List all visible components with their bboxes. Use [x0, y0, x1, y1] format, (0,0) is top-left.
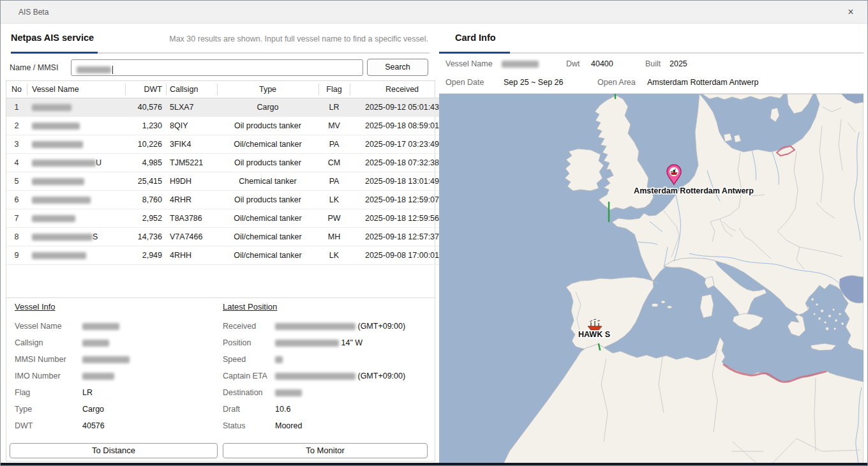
table-row[interactable]: 4U4,985TJM5221Oil products tankerCM2025-…: [6, 154, 454, 172]
field-value: Cargo: [82, 405, 104, 414]
vessel-info-section: Vessel Info Vessel NameCallsignMMSI Numb…: [15, 302, 219, 434]
card-info-row-2: Open DateSep 25 ~ Sep 26Open AreaAmsterd…: [445, 78, 813, 87]
redacted-text: [275, 373, 355, 380]
close-icon[interactable]: ×: [843, 5, 858, 19]
redacted-text: [32, 141, 83, 148]
card-field-value: Sep 25 ~ Sep 26: [504, 78, 597, 87]
field-label: Destination: [223, 384, 275, 401]
field-label: DWT: [15, 417, 82, 434]
redacted-text: [32, 104, 71, 111]
info-field-row: Speed: [223, 351, 431, 368]
field-label: Vessel Name: [15, 318, 82, 334]
redacted-text: [32, 234, 93, 241]
table-row[interactable]: 21,2308QIYOil products tankerMV2025-09-1…: [6, 117, 454, 135]
field-value-suffix: (GMT+09:00): [355, 372, 405, 380]
vessel-ship-label: HAWK S: [578, 330, 610, 339]
text-caret: [112, 66, 113, 74]
field-label: Callsign: [15, 334, 82, 351]
info-field-row: Received (GMT+09:00): [223, 318, 431, 334]
info-field-row: Position 14" W: [223, 334, 431, 351]
vessel-table: NoVessel NameDWTCallsignTypeFlagReceived…: [6, 81, 454, 265]
latest-position-title: Latest Position: [223, 302, 277, 312]
search-field-label: Name / MMSI: [10, 63, 58, 72]
vessel-name-cell: [27, 117, 125, 135]
column-header-type: Type: [217, 81, 318, 98]
map-viewport[interactable]: Amsterdam Rotterdam Antwerp HAWK S: [439, 93, 864, 465]
card-field-label: Dwt: [566, 59, 591, 68]
window-bottom-edge: [1, 463, 867, 465]
vessel-name-cell: [27, 172, 125, 191]
field-label: Speed: [223, 351, 275, 368]
card-tab-accent-bar: [439, 52, 510, 54]
card-field-value: 40400: [591, 59, 645, 68]
card-field-value: [502, 59, 566, 68]
info-section-divider: [6, 297, 435, 298]
field-label: Captain ETA: [223, 368, 275, 384]
vessel-name-cell: [27, 135, 125, 154]
redacted-text: [32, 178, 84, 185]
left-panel-title: Netpas AIS service: [11, 33, 94, 43]
left-tab-accent-bar: [11, 52, 98, 54]
to-distance-button[interactable]: To Distance: [10, 443, 218, 458]
table-row[interactable]: 68,7604RHROil products tankerLK2025-09-1…: [6, 191, 454, 209]
info-field-row: Destination: [223, 384, 431, 401]
column-header-callsign: Callsign: [166, 81, 217, 98]
table-row[interactable]: 310,2263FIK4Oil/chemical tankerPA2025-09…: [6, 135, 454, 154]
vessel-name-cell: [27, 246, 125, 265]
title-bar: AIS Beta ×: [1, 1, 867, 24]
info-field-row: Callsign: [15, 334, 219, 351]
redacted-text: [275, 356, 283, 363]
field-label: Type: [15, 401, 82, 417]
results-hint-text: Max 30 results are shown. Input full ves…: [169, 34, 428, 43]
vessel-name-cell: S: [27, 228, 125, 246]
vessel-name-cell: [27, 191, 125, 209]
card-info-row-1: Vessel NameDwt40400Built2025: [445, 59, 721, 68]
column-header-no: No: [6, 81, 27, 98]
info-field-row: Vessel Name: [15, 318, 219, 334]
to-monitor-button[interactable]: To Monitor: [223, 443, 428, 458]
open-area-label: Amsterdam Rotterdam Antwerp: [634, 186, 754, 195]
redacted-text: [82, 356, 130, 363]
field-value: LR: [82, 388, 93, 397]
info-field-row: Captain ETA (GMT+09:00): [223, 368, 431, 384]
vessel-name-cell: [27, 98, 125, 117]
card-tab-rule: [510, 52, 864, 54]
info-field-row: StatusMoored: [223, 417, 431, 434]
table-row[interactable]: 72,952T8A3786Oil/chemical tankerPW2025-0…: [6, 209, 454, 228]
info-field-row: FlagLR: [15, 384, 219, 401]
table-row[interactable]: 92,9494RHHOil/chemical tankerLK2025-09-0…: [6, 246, 454, 265]
column-header-dwt: DWT: [125, 81, 166, 98]
field-label: Received: [223, 318, 275, 334]
info-field-row: Draft10.6: [223, 401, 431, 417]
redacted-text: [32, 252, 86, 259]
table-row[interactable]: 8S14,736V7A7466Oil/chemical tankerMH2025…: [6, 228, 454, 246]
redacted-text: [32, 123, 80, 130]
info-field-row: IMO Number: [15, 368, 219, 384]
window-title: AIS Beta: [19, 8, 49, 17]
redacted-text: [275, 340, 339, 347]
info-field-row: DWT40576: [15, 417, 219, 434]
field-value-suffix: (GMT+09:00): [355, 322, 405, 331]
search-input[interactable]: [71, 59, 363, 76]
info-field-row: TypeCargo: [15, 401, 219, 417]
field-label: MMSI Number: [15, 351, 82, 368]
field-label: Position: [223, 334, 275, 351]
sardinia: [700, 294, 714, 318]
field-value: Moored: [275, 421, 302, 430]
field-value: 40576: [82, 421, 105, 430]
app-window: AIS Beta × Netpas AIS service Max 30 res…: [0, 0, 868, 466]
left-tab-rule: [98, 52, 430, 54]
table-row[interactable]: 525,415H9DHChemical tankerPA2025-09-18 1…: [6, 172, 454, 191]
redacted-text: [32, 215, 75, 222]
table-row[interactable]: 140,5765LXA7CargoLR2025-09-12 05:01:43: [6, 98, 454, 117]
vessel-name-cell: U: [27, 154, 125, 172]
latest-position-section: Latest Position Received (GMT+09:00)Posi…: [223, 302, 431, 434]
redacted-text: [275, 323, 355, 330]
search-button[interactable]: Search: [367, 59, 428, 76]
info-field-row: MMSI Number: [15, 351, 219, 368]
field-label: Flag: [15, 384, 82, 401]
card-field-label: Open Area: [597, 78, 647, 87]
column-header-flag: Flag: [318, 81, 350, 98]
redacted-text: [32, 197, 91, 204]
redacted-text: [502, 61, 539, 68]
